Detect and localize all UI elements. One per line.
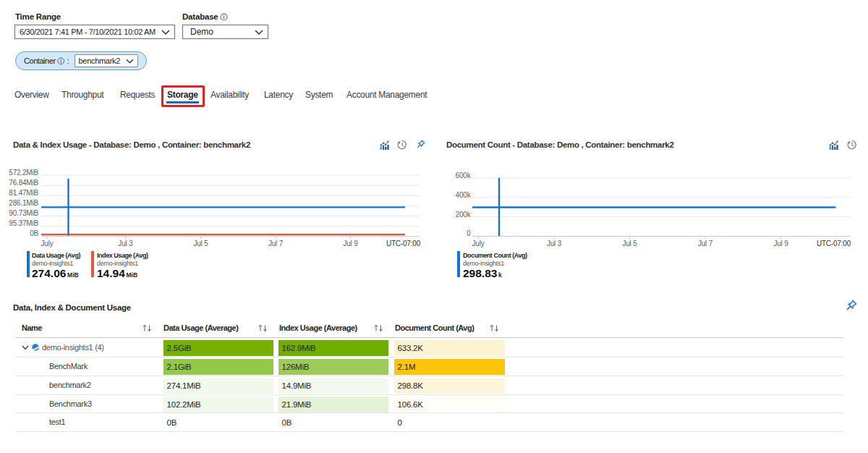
svg-text:UTC-07:00: UTC-07:00 <box>386 240 421 247</box>
svg-text:July: July <box>472 240 485 247</box>
svg-text:0: 0 <box>467 229 471 237</box>
svg-text:Jul 9: Jul 9 <box>773 240 788 247</box>
svg-text:Jul 7: Jul 7 <box>268 240 284 247</box>
svg-text:76.84MiB: 76.84MiB <box>9 179 38 187</box>
svg-text:Jul 9: Jul 9 <box>343 240 358 247</box>
svg-text:286.1MiB: 286.1MiB <box>9 199 38 207</box>
svg-text:0B: 0B <box>30 229 38 237</box>
svg-text:Jul 7: Jul 7 <box>698 240 713 247</box>
svg-text:81.47MiB: 81.47MiB <box>9 189 38 197</box>
svg-text:400k: 400k <box>456 191 472 199</box>
svg-text:572.2MiB: 572.2MiB <box>9 169 38 177</box>
svg-text:July: July <box>41 240 54 247</box>
svg-text:Jul 5: Jul 5 <box>193 240 208 247</box>
svg-text:600k: 600k <box>456 172 472 179</box>
svg-text:95.37MiB: 95.37MiB <box>9 219 38 227</box>
svg-text:UTC-07:00: UTC-07:00 <box>817 240 851 247</box>
svg-text:Jul 5: Jul 5 <box>622 240 637 247</box>
svg-text:200k: 200k <box>456 211 472 219</box>
svg-text:Jul 3: Jul 3 <box>547 240 562 247</box>
svg-text:90.73MiB: 90.73MiB <box>9 209 38 217</box>
svg-text:Jul 3: Jul 3 <box>118 240 133 247</box>
